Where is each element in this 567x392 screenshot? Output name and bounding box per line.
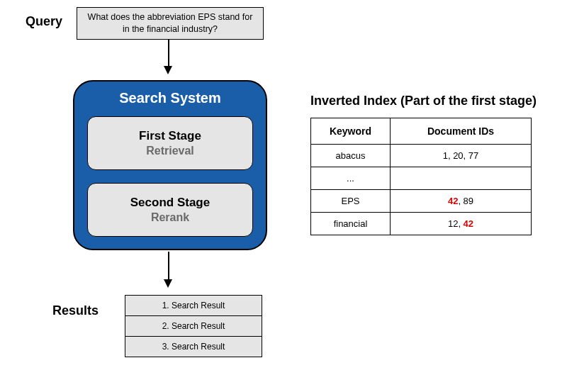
result-row: 1. Search Result [125, 296, 262, 316]
highlighted-id: 42 [448, 196, 458, 206]
table-header-row: Keyword Document IDs [311, 118, 532, 145]
table-row: financial12, 42 [311, 213, 532, 235]
results-label: Results [52, 303, 99, 318]
arrow-query-to-system [168, 40, 169, 67]
result-row: 3. Search Result [125, 337, 262, 357]
second-stage-title: Second Stage [130, 196, 210, 210]
second-stage-box: Second Stage Rerank [87, 183, 253, 237]
table-row: abacus1, 20, 77 [311, 145, 532, 167]
doc-ids-cell: 1, 20, 77 [391, 145, 532, 167]
doc-ids-cell: 12, 42 [391, 213, 532, 235]
arrow-head-icon [164, 66, 172, 74]
doc-id-text: 1, 20, 77 [443, 150, 479, 161]
arrow-system-to-results [168, 252, 169, 280]
col-document-ids: Document IDs [391, 118, 532, 145]
keyword-cell: financial [311, 213, 391, 235]
second-stage-sub: Rerank [151, 211, 189, 224]
table-row: EPS42, 89 [311, 190, 532, 213]
highlighted-id: 42 [464, 218, 473, 229]
doc-id-text: , 89 [458, 196, 473, 206]
query-text: What does the abbreviation EPS stand for… [84, 11, 256, 35]
search-system-title: Search System [87, 90, 253, 106]
doc-id-text: 12, [448, 218, 464, 229]
first-stage-sub: Retrieval [146, 145, 194, 157]
query-box: What does the abbreviation EPS stand for… [77, 7, 264, 40]
table-row: ... [311, 167, 532, 190]
result-row: 2. Search Result [125, 316, 262, 337]
results-box: 1. Search Result 2. Search Result 3. Sea… [125, 295, 262, 357]
first-stage-box: First Stage Retrieval [87, 116, 253, 170]
doc-ids-cell: 42, 89 [391, 190, 532, 213]
query-label: Query [26, 14, 62, 29]
arrow-head-icon [164, 279, 172, 288]
keyword-cell: EPS [311, 190, 391, 213]
col-keyword: Keyword [311, 118, 391, 145]
keyword-cell: abacus [311, 145, 391, 167]
doc-ids-cell [391, 167, 532, 190]
first-stage-title: First Stage [139, 129, 201, 143]
inverted-index-title: Inverted Index (Part of the first stage) [310, 94, 537, 108]
search-system-box: Search System First Stage Retrieval Seco… [73, 80, 267, 250]
inverted-index-table: Keyword Document IDs abacus1, 20, 77...E… [310, 118, 532, 235]
keyword-cell: ... [311, 167, 391, 190]
